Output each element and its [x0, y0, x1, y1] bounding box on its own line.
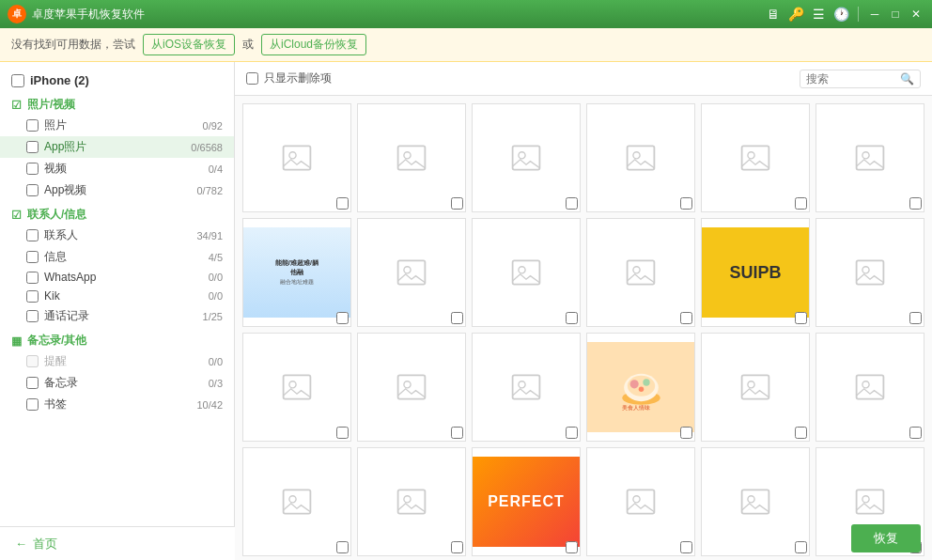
- contacts-checkbox[interactable]: [26, 229, 39, 241]
- photo-checkbox[interactable]: [336, 197, 349, 210]
- search-icon: 🔍: [900, 72, 914, 86]
- photo-checkbox[interactable]: [795, 541, 807, 553]
- photo-checkbox[interactable]: [566, 197, 578, 210]
- photo-category-icon: ☑: [11, 99, 22, 112]
- photo-checkbox[interactable]: [451, 312, 463, 324]
- restore-button[interactable]: 恢复: [851, 524, 921, 552]
- device-item[interactable]: iPhone (2): [0, 70, 234, 91]
- photo-checkbox[interactable]: [680, 541, 692, 553]
- content-area: 只显示删除项 🔍 能能/难超难/躺他融 融合地址难题: [235, 62, 932, 560]
- photo-cell-suipb[interactable]: SUIPB: [701, 218, 810, 327]
- sidebar-item-notes[interactable]: 备忘录 0/3: [0, 372, 234, 394]
- clock-icon[interactable]: 🕐: [831, 5, 850, 23]
- photo-cell[interactable]: [357, 333, 466, 442]
- photo-cell[interactable]: [701, 103, 810, 212]
- sidebar-item-bookmarks[interactable]: 书签 10/42: [0, 394, 234, 415]
- svg-rect-10: [857, 146, 884, 169]
- device-checkbox[interactable]: [11, 74, 24, 87]
- svg-rect-6: [628, 146, 655, 169]
- back-home-button[interactable]: ← 首页: [0, 526, 235, 560]
- photo-cell[interactable]: [472, 218, 581, 327]
- photo-checkbox[interactable]: [795, 312, 807, 324]
- call-log-checkbox[interactable]: [26, 310, 39, 322]
- photo-checkbox[interactable]: [336, 312, 349, 324]
- sidebar-item-app-video[interactable]: App视频 0/782: [0, 179, 234, 201]
- photo-cell[interactable]: [816, 333, 924, 442]
- photo-checkbox[interactable]: [909, 197, 922, 210]
- photo-cell[interactable]: [586, 103, 695, 212]
- photo-cell[interactable]: [586, 447, 695, 556]
- messages-checkbox[interactable]: [26, 251, 39, 263]
- sidebar-item-app-photos[interactable]: App照片 0/6568: [0, 136, 234, 158]
- photo-checkbox[interactable]: [336, 541, 349, 553]
- minimize-button[interactable]: ─: [866, 6, 883, 23]
- photo-checkbox[interactable]: [680, 312, 692, 324]
- photo-cell[interactable]: [357, 218, 466, 327]
- photo-checkbox[interactable]: [566, 427, 578, 439]
- photo-checkbox[interactable]: [795, 197, 807, 210]
- photo-checkbox[interactable]: [909, 427, 922, 439]
- key-icon[interactable]: 🔑: [786, 5, 805, 23]
- close-button[interactable]: ✕: [908, 6, 924, 23]
- photo-cell[interactable]: [586, 218, 695, 327]
- photo-cell-text-img[interactable]: 能能/难超难/躺他融 融合地址难题: [242, 218, 351, 327]
- photos-checkbox[interactable]: [26, 119, 39, 132]
- photo-cell[interactable]: [701, 447, 810, 556]
- photo-checkbox[interactable]: [566, 541, 578, 553]
- kik-checkbox[interactable]: [26, 290, 39, 303]
- photo-cell[interactable]: [816, 218, 924, 327]
- icloud-restore-button[interactable]: 从iCloud备份恢复: [261, 34, 366, 55]
- photo-cell[interactable]: [472, 103, 581, 212]
- back-arrow-icon: ←: [15, 537, 27, 551]
- photo-checkbox[interactable]: [909, 312, 922, 324]
- sidebar-item-whatsapp[interactable]: WhatsApp 0/0: [0, 268, 234, 287]
- notes-checkbox[interactable]: [26, 377, 39, 389]
- search-box[interactable]: 🔍: [800, 70, 921, 88]
- photo-checkbox[interactable]: [336, 427, 349, 439]
- photo-cell[interactable]: [242, 103, 351, 212]
- sidebar-item-kik[interactable]: Kik 0/0: [0, 287, 234, 305]
- search-input[interactable]: [806, 72, 900, 86]
- ios-restore-button[interactable]: 从iOS设备恢复: [143, 34, 235, 55]
- sidebar-item-video[interactable]: 视频 0/4: [0, 158, 234, 179]
- photo-checkbox[interactable]: [451, 427, 463, 439]
- reminders-label: 提醒: [44, 353, 203, 369]
- sidebar-item-contacts[interactable]: 联系人 34/91: [0, 225, 234, 246]
- whatsapp-checkbox[interactable]: [26, 272, 39, 284]
- app-photos-checkbox[interactable]: [26, 141, 39, 153]
- photo-cell[interactable]: [357, 103, 466, 212]
- suipb-text: SUIPB: [729, 263, 781, 283]
- show-deleted-checkbox[interactable]: [246, 72, 258, 85]
- app-video-checkbox[interactable]: [26, 184, 39, 196]
- photo-cell[interactable]: [472, 333, 581, 442]
- monitor-icon[interactable]: 🖥: [764, 5, 783, 23]
- photo-checkbox[interactable]: [680, 197, 692, 210]
- sidebar-item-call-log[interactable]: 通话记录 1/25: [0, 305, 234, 327]
- bookmarks-checkbox[interactable]: [26, 398, 39, 411]
- photo-checkbox[interactable]: [451, 541, 463, 553]
- photo-cell[interactable]: [701, 333, 810, 442]
- app-photos-count: 0/6568: [191, 142, 223, 153]
- svg-rect-43: [742, 490, 769, 513]
- photo-cell-perfect[interactable]: PERFECT: [472, 447, 581, 556]
- photo-cell[interactable]: [242, 447, 351, 556]
- sidebar-item-messages[interactable]: 信息 4/5: [0, 246, 234, 268]
- contact-category-label: 联系人/信息: [27, 207, 86, 223]
- photo-checkbox[interactable]: [451, 197, 463, 210]
- photo-checkbox[interactable]: [566, 312, 578, 324]
- show-deleted-label[interactable]: 只显示删除项: [246, 70, 332, 86]
- menu-icon[interactable]: ☰: [809, 5, 828, 23]
- photo-cell-food[interactable]: 美食人情味: [586, 333, 695, 442]
- sidebar-item-reminders[interactable]: 提醒 0/0: [0, 350, 234, 372]
- photo-checkbox[interactable]: [680, 427, 692, 439]
- photo-checkbox[interactable]: [795, 427, 807, 439]
- svg-rect-39: [398, 490, 426, 513]
- photo-cell[interactable]: [242, 333, 351, 442]
- reminders-checkbox[interactable]: [26, 355, 39, 367]
- video-checkbox[interactable]: [26, 163, 39, 175]
- photo-cell[interactable]: [816, 103, 924, 212]
- sidebar-item-photos[interactable]: 照片 0/92: [0, 115, 234, 136]
- svg-point-30: [643, 379, 649, 385]
- maximize-button[interactable]: □: [887, 6, 904, 23]
- photo-cell[interactable]: [357, 447, 466, 556]
